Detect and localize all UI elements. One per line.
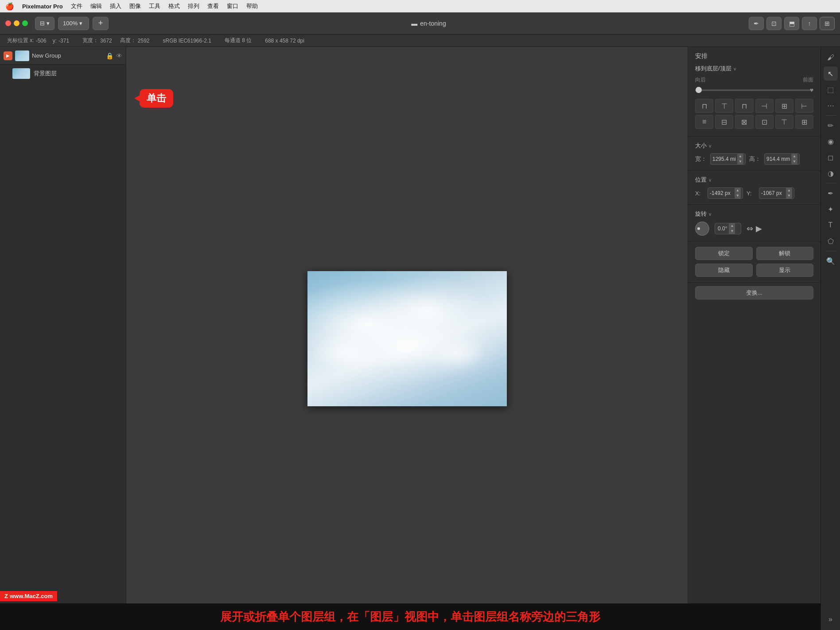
distribute-equal[interactable]: ⊤ bbox=[775, 115, 793, 129]
pen-vector-tool[interactable]: ✦ bbox=[824, 202, 838, 216]
apple-menu[interactable]: 🍎 bbox=[5, 2, 14, 11]
menu-file[interactable]: 文件 bbox=[71, 2, 82, 10]
distribute-fill[interactable]: ⊞ bbox=[795, 115, 813, 129]
text-tool[interactable]: T bbox=[824, 218, 838, 232]
menu-image[interactable]: 图像 bbox=[129, 2, 141, 10]
size-title[interactable]: 大小 ∨ bbox=[695, 142, 813, 150]
close-button[interactable] bbox=[5, 20, 11, 26]
rotation-title[interactable]: 旋转 ∨ bbox=[695, 210, 813, 218]
x-input[interactable]: -1492 px ▲ ▼ bbox=[708, 187, 743, 199]
arrange-title: 安排 bbox=[695, 52, 813, 60]
y-stepper-up[interactable]: ▲ bbox=[786, 188, 792, 193]
gradient-tool[interactable]: ◉ bbox=[824, 134, 838, 148]
flip-vertical-button[interactable]: ▶ bbox=[756, 224, 762, 233]
bit-depth-value: 每通道 8 位 bbox=[225, 37, 252, 44]
rotation-wheel[interactable] bbox=[695, 222, 709, 236]
eraser-tool[interactable]: ◻ bbox=[824, 150, 838, 164]
align-top-center[interactable]: ⊤ bbox=[715, 99, 733, 113]
paint-brush-tool[interactable]: 🖌 bbox=[824, 51, 838, 65]
width-value: 3672 bbox=[100, 38, 112, 44]
layers-dropdown-arrow: ▾ bbox=[47, 20, 50, 27]
add-layer-button[interactable]: + bbox=[93, 17, 109, 30]
heal-tool[interactable]: ◑ bbox=[824, 166, 838, 180]
cursor-position: 光标位置 x: -506 y: -371 bbox=[7, 37, 69, 44]
y-stepper-down[interactable]: ▼ bbox=[786, 193, 792, 198]
width-label: 宽度： bbox=[82, 37, 98, 44]
position-title[interactable]: 位置 ∨ bbox=[695, 176, 813, 184]
annotation-bubble: 单击 bbox=[140, 89, 173, 108]
layer-group-row[interactable]: ▶ New Group 🔒 👁 bbox=[0, 47, 126, 65]
zoom-selector[interactable]: 100% ▾ bbox=[58, 17, 89, 30]
height-input[interactable]: 914.4 mm ▲ ▼ bbox=[764, 153, 800, 165]
adjust-panel-button[interactable]: ⊞ bbox=[820, 17, 835, 30]
x-stepper-up[interactable]: ▲ bbox=[735, 188, 741, 193]
show-button[interactable]: 显示 bbox=[756, 264, 814, 277]
move-to-layer-title[interactable]: 移到底层/顶层 ∨ bbox=[695, 65, 813, 73]
x-stepper[interactable]: ▲ ▼ bbox=[735, 188, 741, 198]
menu-format[interactable]: 格式 bbox=[168, 2, 180, 10]
pen-tool-button[interactable]: ✒ bbox=[749, 17, 764, 30]
selection-tool[interactable]: ↖ bbox=[824, 66, 838, 81]
slider-thumb[interactable] bbox=[696, 87, 702, 93]
x-stepper-down[interactable]: ▼ bbox=[735, 193, 741, 198]
menu-help[interactable]: 帮助 bbox=[246, 2, 258, 10]
rotation-stepper-down[interactable]: ▼ bbox=[729, 229, 735, 234]
menu-tools[interactable]: 工具 bbox=[149, 2, 160, 10]
minimize-button[interactable] bbox=[14, 20, 19, 26]
zoom-tool[interactable]: 🔍 bbox=[824, 254, 838, 268]
expand-sidebar[interactable]: » bbox=[824, 612, 838, 626]
distribute-spacing[interactable]: ⊡ bbox=[755, 115, 774, 129]
align-top-left[interactable]: ⊓ bbox=[695, 99, 713, 113]
width-stepper[interactable]: ▲ ▼ bbox=[737, 154, 743, 164]
distribute-center[interactable]: ⊠ bbox=[735, 115, 753, 129]
rotation-input[interactable]: 0.0° ▲ ▼ bbox=[715, 223, 741, 234]
lock-icon[interactable]: 🔒 bbox=[106, 52, 113, 59]
height-stepper-up[interactable]: ▲ bbox=[791, 154, 797, 159]
height-stepper[interactable]: ▲ ▼ bbox=[791, 154, 797, 164]
align-top-right[interactable]: ⊓ bbox=[735, 99, 753, 113]
marquee-tool[interactable]: ⬚ bbox=[824, 82, 838, 97]
height-stepper-down[interactable]: ▼ bbox=[791, 159, 797, 164]
visibility-icon[interactable]: 👁 bbox=[116, 52, 122, 59]
align-center[interactable]: ⊞ bbox=[775, 99, 793, 113]
crop-tool-button[interactable]: ⊡ bbox=[766, 17, 782, 30]
distribute-v[interactable]: ⊟ bbox=[715, 115, 733, 129]
align-center-left[interactable]: ⊣ bbox=[755, 99, 774, 113]
menu-view[interactable]: 查看 bbox=[207, 2, 219, 10]
share-button[interactable]: ↑ bbox=[802, 17, 817, 30]
lasso-tool[interactable]: ⋯ bbox=[824, 98, 838, 113]
menu-arrange[interactable]: 排列 bbox=[188, 2, 199, 10]
cursor-y-label: y: bbox=[53, 38, 57, 44]
unlock-button[interactable]: 解锁 bbox=[756, 247, 814, 260]
layers-panel-toggle[interactable]: ⊟ ▾ bbox=[35, 17, 54, 30]
width-stepper-up[interactable]: ▲ bbox=[737, 154, 743, 159]
app-name[interactable]: Pixelmator Pro bbox=[22, 3, 63, 10]
lock-button[interactable]: 锁定 bbox=[695, 247, 753, 260]
menu-edit[interactable]: 编辑 bbox=[90, 2, 102, 10]
flip-horizontal-button[interactable]: ⇔ bbox=[747, 224, 753, 233]
layer-group-thumb bbox=[15, 51, 29, 61]
shape-tool[interactable]: ⬠ bbox=[824, 234, 838, 248]
distribute-h[interactable]: ≡ bbox=[695, 115, 713, 129]
menu-insert[interactable]: 插入 bbox=[110, 2, 121, 10]
width-input[interactable]: 1295.4 mi ▲ ▼ bbox=[710, 153, 746, 165]
document-dimensions: 宽度： 3672 高度： 2592 bbox=[82, 37, 149, 44]
rotation-stepper[interactable]: ▲ ▼ bbox=[729, 223, 735, 234]
rotation-stepper-up[interactable]: ▲ bbox=[729, 223, 735, 229]
clone-stamp-tool[interactable]: ✒ bbox=[824, 186, 838, 200]
transform-button[interactable]: 变换... bbox=[695, 286, 813, 299]
menu-window[interactable]: 窗口 bbox=[227, 2, 238, 10]
maximize-button[interactable] bbox=[22, 20, 28, 26]
color-picker-tool[interactable]: ✏ bbox=[824, 118, 838, 132]
hide-button[interactable]: 隐藏 bbox=[695, 264, 753, 277]
align-center-right[interactable]: ⊢ bbox=[795, 99, 813, 113]
export-button[interactable]: ⬒ bbox=[784, 17, 799, 30]
canvas-area[interactable]: 单击 bbox=[126, 47, 688, 630]
alignment-grid-1: ⊓ ⊤ ⊓ ⊣ ⊞ ⊢ bbox=[695, 99, 813, 113]
y-input[interactable]: -1067 px ▲ ▼ bbox=[759, 187, 794, 199]
width-stepper-down[interactable]: ▼ bbox=[737, 159, 743, 164]
layer-order-slider[interactable]: ♥ bbox=[695, 86, 813, 94]
background-layer-row[interactable]: 背景图层 bbox=[0, 65, 126, 82]
layer-expand-button[interactable]: ▶ bbox=[4, 51, 12, 60]
y-stepper[interactable]: ▲ ▼ bbox=[786, 188, 792, 198]
